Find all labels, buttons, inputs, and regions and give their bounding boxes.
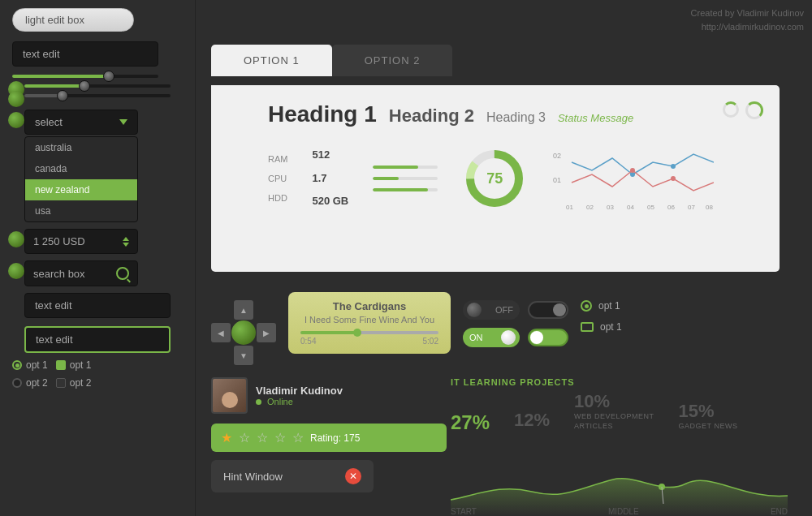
checkbox-opt2-label: opt 2 xyxy=(70,377,92,389)
profile-status-label: Online xyxy=(267,397,293,406)
music-progress-bar[interactable] xyxy=(300,331,438,334)
dpad[interactable]: ▲ ▼ ◀ ▶ xyxy=(211,300,276,365)
svg-text:05: 05 xyxy=(647,204,654,211)
tabs-container: OPTION 1 OPTION 2 xyxy=(211,45,780,76)
slider-2[interactable] xyxy=(24,84,171,88)
toggle2-off-button[interactable] xyxy=(528,301,568,319)
music-song: I Need Some Fine Wine And You xyxy=(300,315,438,325)
heading1: Heading 1 xyxy=(268,101,377,127)
checkbox-opt1-label: opt 1 xyxy=(70,359,92,371)
cpu-value: 1.7 xyxy=(312,167,348,191)
dpad-up-arrow-icon: ▲ xyxy=(240,306,248,315)
spinner-icon-3 xyxy=(8,112,24,128)
music-time-total: 5:02 xyxy=(423,337,438,346)
number-arrows[interactable] xyxy=(123,237,129,247)
svg-text:06: 06 xyxy=(667,204,675,211)
text-edit-1[interactable]: text edit xyxy=(12,41,158,67)
music-time-current: 0:54 xyxy=(300,337,316,346)
tab-option2[interactable]: OPTION 2 xyxy=(332,45,453,76)
status-message: Status Message xyxy=(558,112,633,124)
checkbox-dark-icon[interactable] xyxy=(56,378,66,388)
it-col4-label: GADGET NEWS xyxy=(679,422,738,432)
light-edit-box[interactable]: light edit box xyxy=(12,8,134,32)
toggle2-on-button[interactable] xyxy=(528,329,568,346)
left-divider xyxy=(195,0,196,516)
radio-opt1-right[interactable]: opt 1 xyxy=(581,300,622,312)
dropdown-item-canada[interactable]: canada xyxy=(25,158,137,179)
wave-labels: START MIDDLE END xyxy=(451,507,788,516)
music-band: The Cardigans xyxy=(300,300,438,312)
toggle-row-1: OFF xyxy=(463,300,568,320)
slider-3[interactable] xyxy=(24,94,171,97)
hint-close-button[interactable]: ✕ xyxy=(345,468,361,484)
profile-card: Vladimir Kudinov Online xyxy=(211,377,447,414)
it-col3: 10% WEB DEVELOPMENTARTICLES xyxy=(574,391,654,431)
star-5-icon: ☆ xyxy=(292,430,304,445)
checkbox-opt2[interactable]: opt 2 xyxy=(56,377,92,389)
select-container: select australia canada new zealand usa xyxy=(24,110,183,222)
checkbox-opt1[interactable]: opt 1 xyxy=(56,359,92,371)
hdd-bar xyxy=(373,188,438,191)
cpu-bar xyxy=(373,177,438,180)
toggles-section: OFF ON xyxy=(463,300,568,347)
profile-section: Vladimir Kudinov Online ★ ☆ ☆ ☆ ☆ Rating… xyxy=(211,377,447,492)
spinner-icon-2 xyxy=(8,91,24,107)
toggle-on-button[interactable]: ON xyxy=(463,328,520,347)
music-times: 0:54 5:02 xyxy=(300,337,438,346)
ram-label: RAM xyxy=(268,149,287,169)
dpad-down-arrow-icon: ▼ xyxy=(240,351,248,360)
main-area: Created by Vladimir Kudinov http://vladi… xyxy=(203,0,812,516)
radio-green-sm-icon[interactable] xyxy=(581,300,592,312)
spinner-icon-5 xyxy=(8,263,24,279)
radio-opt2[interactable]: opt 2 xyxy=(12,377,48,389)
text-edit-2[interactable]: text edit xyxy=(24,293,171,318)
stat-values: 512 1.7 520 GB xyxy=(312,144,348,213)
donut-chart: 75 xyxy=(462,146,527,211)
tv-opt1-right[interactable]: opt 1 xyxy=(581,321,622,333)
arrow-down-icon[interactable] xyxy=(123,243,129,247)
svg-text:04: 04 xyxy=(627,204,634,211)
radio-opt1[interactable]: opt 1 xyxy=(12,359,48,371)
dropdown-item-newzealand[interactable]: new zealand xyxy=(25,179,137,200)
checkbox-green-icon[interactable] xyxy=(56,360,66,370)
arrow-up-icon[interactable] xyxy=(123,237,129,241)
radio-dark-icon[interactable] xyxy=(12,378,22,388)
select-box[interactable]: select xyxy=(24,110,138,135)
dpad-right-button[interactable]: ▶ xyxy=(257,323,276,342)
svg-text:01: 01 xyxy=(553,176,561,184)
toggle2-off-ball xyxy=(553,303,566,316)
text-edit-3[interactable]: text edit xyxy=(24,326,171,353)
credit-line2: http://vladimirkudinov.com xyxy=(691,20,804,34)
rating-box: ★ ☆ ☆ ☆ ☆ Rating: 175 xyxy=(211,424,447,452)
slider-2-container xyxy=(24,84,183,88)
toggle-off-button[interactable]: OFF xyxy=(463,300,520,320)
svg-point-11 xyxy=(671,176,676,181)
left-panel: light edit box text edit xyxy=(0,0,195,516)
rating-text: Rating: 175 xyxy=(310,432,360,444)
dropdown-item-australia[interactable]: australia xyxy=(25,137,137,158)
dpad-down-button[interactable]: ▼ xyxy=(234,346,253,365)
it-col4-pct: 15% xyxy=(679,401,738,422)
slider-1[interactable] xyxy=(12,75,158,78)
hint-window-label: Hint Window xyxy=(223,471,283,483)
tv-icon xyxy=(581,322,594,332)
ram-bar xyxy=(373,166,438,169)
dpad-up-button[interactable]: ▲ xyxy=(234,300,253,320)
it-col2-pct: 12% xyxy=(514,410,550,431)
headings-row: Heading 1 Heading 2 Heading 3 Status Mes… xyxy=(268,101,763,127)
music-progress-thumb[interactable] xyxy=(353,329,361,337)
tv-opt1-right-label: opt 1 xyxy=(600,321,622,333)
dropdown-item-usa[interactable]: usa xyxy=(25,200,137,221)
it-col3-label: WEB DEVELOPMENTARTICLES xyxy=(574,412,654,431)
line-chart-svg: 02 01 01 02 03 04 05 xyxy=(551,146,714,211)
music-player: The Cardigans I Need Some Fine Wine And … xyxy=(288,292,451,354)
tab-option1[interactable]: OPTION 1 xyxy=(211,45,332,76)
dpad-left-button[interactable]: ◀ xyxy=(211,323,231,342)
dpad-center-button[interactable] xyxy=(231,320,256,345)
search-box[interactable]: search box xyxy=(24,260,138,286)
credit-text: Created by Vladimir Kudinov http://vladi… xyxy=(691,6,804,33)
star-4-icon: ☆ xyxy=(274,430,286,445)
number-input[interactable]: 1 250 USD xyxy=(24,229,138,254)
stat-bars xyxy=(373,166,438,191)
radio-green-icon[interactable] xyxy=(12,360,22,370)
